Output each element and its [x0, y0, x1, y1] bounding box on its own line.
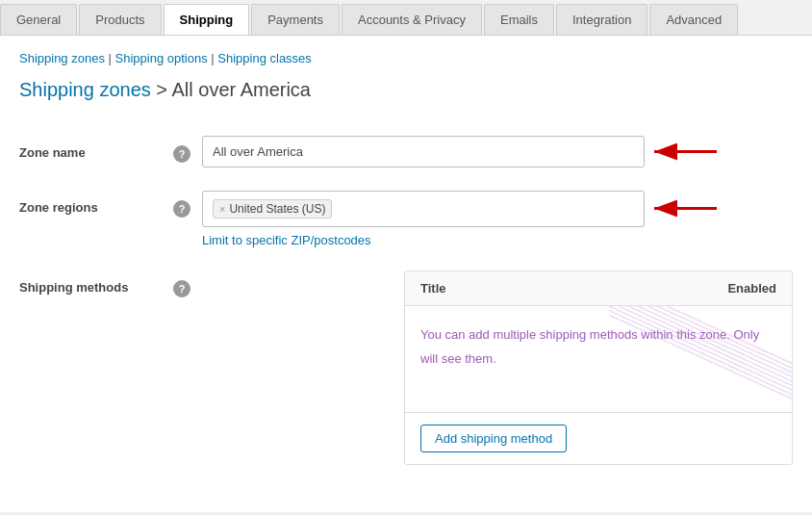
sub-nav: Shipping zones | Shipping options | Ship…: [19, 51, 793, 65]
zone-regions-box[interactable]: × United States (US): [202, 191, 645, 227]
zone-regions-content: × United States (US) Limit to specific Z…: [202, 191, 793, 247]
methods-body: You can add multiple shipping methods wi…: [405, 306, 792, 412]
zone-name-label: Zone name: [19, 136, 173, 160]
zone-name-arrow: [649, 135, 722, 168]
main-content: Shipping zones | Shipping options | Ship…: [0, 36, 812, 512]
breadcrumb-separator: >: [156, 79, 171, 100]
zone-name-help-icon[interactable]: ?: [173, 145, 190, 163]
zone-regions-arrow: [649, 193, 722, 226]
add-shipping-method-button[interactable]: Add shipping method: [420, 425, 567, 452]
methods-col-title: Title: [420, 281, 699, 296]
methods-table-header: Title Enabled: [405, 271, 792, 306]
tab-products[interactable]: Products: [79, 4, 161, 35]
limit-zip-link[interactable]: Limit to specific ZIP/postcodes: [202, 233, 793, 247]
deco-lines: [609, 306, 792, 412]
region-tag-label: United States (US): [229, 202, 325, 216]
shipping-methods-help-icon[interactable]: ?: [173, 280, 190, 297]
shipping-methods-row: Shipping methods ? Title Enabled You can…: [19, 259, 793, 476]
zone-name-input[interactable]: [202, 136, 645, 167]
subnav-shipping-options[interactable]: Shipping options: [115, 51, 208, 65]
methods-col-enabled: Enabled: [699, 281, 776, 296]
zone-regions-help-icon[interactable]: ?: [173, 200, 190, 218]
methods-table: Title Enabled You can add multiple shipp…: [404, 270, 793, 465]
tab-shipping[interactable]: Shipping: [164, 4, 250, 35]
zone-regions-help-cell: ?: [173, 191, 202, 218]
tab-general[interactable]: General: [0, 4, 77, 35]
tab-payments[interactable]: Payments: [251, 4, 340, 35]
shipping-methods-label: Shipping methods: [19, 270, 173, 295]
region-remove-icon[interactable]: ×: [219, 203, 225, 215]
tab-bar: General Products Shipping Payments Accou…: [0, 0, 812, 36]
region-tag-us: × United States (US): [213, 199, 332, 219]
zone-regions-row: Zone regions ? × United States (US): [19, 179, 793, 259]
breadcrumb: Shipping zones > All over America: [19, 79, 793, 101]
shipping-methods-content: Title Enabled You can add multiple shipp…: [202, 270, 793, 465]
zone-regions-label: Zone regions: [19, 191, 173, 215]
subnav-shipping-zones[interactable]: Shipping zones: [19, 51, 105, 65]
tab-integration[interactable]: Integration: [556, 4, 647, 35]
zone-name-content: [202, 136, 793, 167]
tab-advanced[interactable]: Advanced: [649, 4, 738, 35]
methods-footer: Add shipping method: [405, 412, 792, 464]
zone-name-help-cell: ?: [173, 136, 202, 163]
svg-line-10: [647, 306, 792, 412]
breadcrumb-parent[interactable]: Shipping zones: [19, 79, 151, 100]
shipping-methods-help-cell: ?: [173, 270, 202, 297]
zone-name-row: Zone name ?: [19, 124, 793, 179]
breadcrumb-current: All over America: [171, 79, 311, 100]
tab-accounts-privacy[interactable]: Accounts & Privacy: [342, 4, 482, 35]
subnav-shipping-classes[interactable]: Shipping classes: [217, 51, 312, 65]
tab-emails[interactable]: Emails: [484, 4, 554, 35]
